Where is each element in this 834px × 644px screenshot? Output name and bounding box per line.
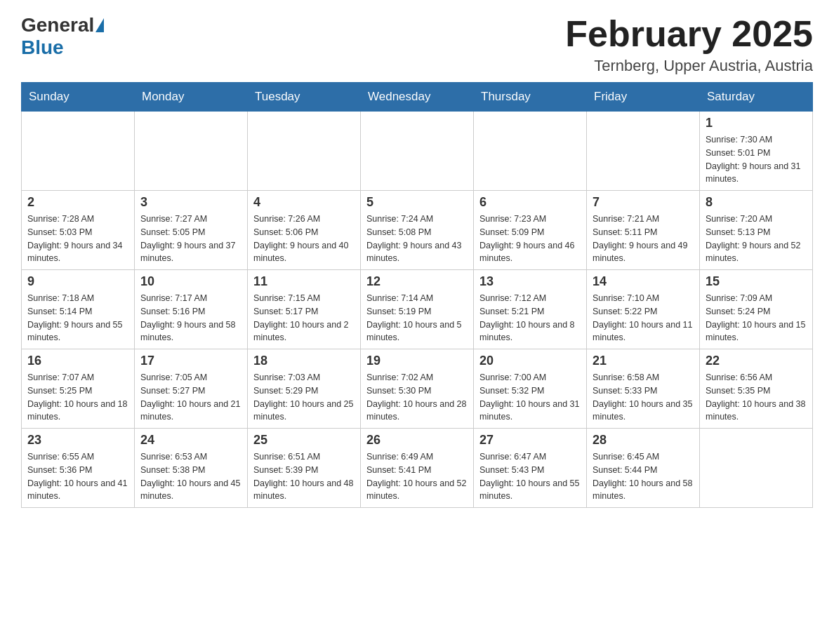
day-info: Sunrise: 6:56 AMSunset: 5:35 PMDaylight:… <box>706 371 807 424</box>
day-number: 8 <box>706 195 807 210</box>
column-header-monday: Monday <box>135 83 248 112</box>
day-info: Sunrise: 6:49 AMSunset: 5:41 PMDaylight:… <box>366 450 468 503</box>
day-number: 20 <box>479 354 581 368</box>
day-info: Sunrise: 7:15 AMSunset: 5:17 PMDaylight:… <box>253 292 355 344</box>
calendar-cell <box>22 112 135 191</box>
logo-general-text: General <box>21 14 94 36</box>
calendar-cell <box>700 429 813 508</box>
calendar-cell: 4Sunrise: 7:26 AMSunset: 5:06 PMDaylight… <box>248 191 361 270</box>
day-number: 10 <box>140 274 241 289</box>
calendar-cell: 21Sunrise: 6:58 AMSunset: 5:33 PMDayligh… <box>587 349 700 429</box>
logo: General Blue <box>21 14 105 59</box>
day-info: Sunrise: 6:58 AMSunset: 5:33 PMDaylight:… <box>593 371 694 424</box>
column-header-friday: Friday <box>587 83 700 112</box>
calendar-cell: 1Sunrise: 7:30 AMSunset: 5:01 PMDaylight… <box>700 112 813 191</box>
day-number: 23 <box>27 433 128 448</box>
logo-triangle-icon <box>95 18 104 32</box>
calendar-cell: 11Sunrise: 7:15 AMSunset: 5:17 PMDayligh… <box>248 270 361 349</box>
day-info: Sunrise: 7:07 AMSunset: 5:25 PMDaylight:… <box>27 371 128 424</box>
calendar-cell: 13Sunrise: 7:12 AMSunset: 5:21 PMDayligh… <box>474 270 587 349</box>
calendar-cell: 7Sunrise: 7:21 AMSunset: 5:11 PMDaylight… <box>587 191 700 270</box>
calendar-cell: 2Sunrise: 7:28 AMSunset: 5:03 PMDaylight… <box>22 191 135 270</box>
day-number: 12 <box>366 274 468 289</box>
logo-blue-text: Blue <box>21 36 64 59</box>
day-number: 7 <box>593 195 694 210</box>
calendar-cell: 10Sunrise: 7:17 AMSunset: 5:16 PMDayligh… <box>135 270 248 349</box>
calendar-cell: 20Sunrise: 7:00 AMSunset: 5:32 PMDayligh… <box>474 349 587 429</box>
title-section: February 2025 Ternberg, Upper Austria, A… <box>565 14 813 75</box>
day-info: Sunrise: 6:55 AMSunset: 5:36 PMDaylight:… <box>27 450 128 503</box>
page-header: General Blue February 2025 Ternberg, Upp… <box>21 14 813 75</box>
day-info: Sunrise: 7:28 AMSunset: 5:03 PMDaylight:… <box>27 213 128 265</box>
day-info: Sunrise: 6:45 AMSunset: 5:44 PMDaylight:… <box>593 450 694 503</box>
day-number: 19 <box>366 354 468 368</box>
day-number: 2 <box>27 195 128 210</box>
day-info: Sunrise: 7:21 AMSunset: 5:11 PMDaylight:… <box>593 213 694 265</box>
calendar-table: SundayMondayTuesdayWednesdayThursdayFrid… <box>21 82 813 508</box>
calendar-cell: 14Sunrise: 7:10 AMSunset: 5:22 PMDayligh… <box>587 270 700 349</box>
day-number: 4 <box>253 195 355 210</box>
calendar-cell: 5Sunrise: 7:24 AMSunset: 5:08 PMDaylight… <box>361 191 474 270</box>
day-info: Sunrise: 7:09 AMSunset: 5:24 PMDaylight:… <box>706 292 807 344</box>
day-info: Sunrise: 7:24 AMSunset: 5:08 PMDaylight:… <box>366 213 468 265</box>
day-info: Sunrise: 7:30 AMSunset: 5:01 PMDaylight:… <box>706 133 807 186</box>
location-text: Ternberg, Upper Austria, Austria <box>565 57 813 75</box>
calendar-cell: 19Sunrise: 7:02 AMSunset: 5:30 PMDayligh… <box>361 349 474 429</box>
day-info: Sunrise: 6:47 AMSunset: 5:43 PMDaylight:… <box>479 450 581 503</box>
column-header-wednesday: Wednesday <box>361 83 474 112</box>
day-number: 6 <box>479 195 581 210</box>
calendar-cell: 12Sunrise: 7:14 AMSunset: 5:19 PMDayligh… <box>361 270 474 349</box>
calendar-cell <box>135 112 248 191</box>
day-info: Sunrise: 7:26 AMSunset: 5:06 PMDaylight:… <box>253 213 355 265</box>
day-number: 15 <box>706 274 807 289</box>
day-info: Sunrise: 7:27 AMSunset: 5:05 PMDaylight:… <box>140 213 241 265</box>
day-number: 22 <box>706 354 807 368</box>
calendar-cell: 3Sunrise: 7:27 AMSunset: 5:05 PMDaylight… <box>135 191 248 270</box>
day-number: 28 <box>593 433 694 448</box>
day-number: 5 <box>366 195 468 210</box>
day-number: 14 <box>593 274 694 289</box>
day-info: Sunrise: 7:03 AMSunset: 5:29 PMDaylight:… <box>253 371 355 424</box>
day-info: Sunrise: 7:02 AMSunset: 5:30 PMDaylight:… <box>366 371 468 424</box>
calendar-cell: 9Sunrise: 7:18 AMSunset: 5:14 PMDaylight… <box>22 270 135 349</box>
calendar-cell: 6Sunrise: 7:23 AMSunset: 5:09 PMDaylight… <box>474 191 587 270</box>
day-info: Sunrise: 7:14 AMSunset: 5:19 PMDaylight:… <box>366 292 468 344</box>
calendar-cell <box>587 112 700 191</box>
calendar-week-2: 2Sunrise: 7:28 AMSunset: 5:03 PMDaylight… <box>22 191 813 270</box>
calendar-cell: 23Sunrise: 6:55 AMSunset: 5:36 PMDayligh… <box>22 429 135 508</box>
day-info: Sunrise: 7:12 AMSunset: 5:21 PMDaylight:… <box>479 292 581 344</box>
day-number: 13 <box>479 274 581 289</box>
calendar-week-5: 23Sunrise: 6:55 AMSunset: 5:36 PMDayligh… <box>22 429 813 508</box>
calendar-header-row: SundayMondayTuesdayWednesdayThursdayFrid… <box>22 83 813 112</box>
column-header-thursday: Thursday <box>474 83 587 112</box>
day-number: 26 <box>366 433 468 448</box>
calendar-week-4: 16Sunrise: 7:07 AMSunset: 5:25 PMDayligh… <box>22 349 813 429</box>
day-number: 3 <box>140 195 241 210</box>
day-info: Sunrise: 7:20 AMSunset: 5:13 PMDaylight:… <box>706 213 807 265</box>
day-number: 11 <box>253 274 355 289</box>
month-title: February 2025 <box>565 14 813 54</box>
column-header-tuesday: Tuesday <box>248 83 361 112</box>
calendar-cell: 22Sunrise: 6:56 AMSunset: 5:35 PMDayligh… <box>700 349 813 429</box>
calendar-week-3: 9Sunrise: 7:18 AMSunset: 5:14 PMDaylight… <box>22 270 813 349</box>
column-header-saturday: Saturday <box>700 83 813 112</box>
calendar-cell: 15Sunrise: 7:09 AMSunset: 5:24 PMDayligh… <box>700 270 813 349</box>
day-info: Sunrise: 7:18 AMSunset: 5:14 PMDaylight:… <box>27 292 128 344</box>
day-number: 24 <box>140 433 241 448</box>
calendar-cell: 27Sunrise: 6:47 AMSunset: 5:43 PMDayligh… <box>474 429 587 508</box>
day-info: Sunrise: 7:00 AMSunset: 5:32 PMDaylight:… <box>479 371 581 424</box>
day-info: Sunrise: 6:53 AMSunset: 5:38 PMDaylight:… <box>140 450 241 503</box>
calendar-cell <box>248 112 361 191</box>
calendar-cell <box>474 112 587 191</box>
day-info: Sunrise: 7:17 AMSunset: 5:16 PMDaylight:… <box>140 292 241 344</box>
calendar-cell: 16Sunrise: 7:07 AMSunset: 5:25 PMDayligh… <box>22 349 135 429</box>
calendar-cell: 17Sunrise: 7:05 AMSunset: 5:27 PMDayligh… <box>135 349 248 429</box>
day-number: 25 <box>253 433 355 448</box>
calendar-cell: 25Sunrise: 6:51 AMSunset: 5:39 PMDayligh… <box>248 429 361 508</box>
day-number: 27 <box>479 433 581 448</box>
day-info: Sunrise: 7:23 AMSunset: 5:09 PMDaylight:… <box>479 213 581 265</box>
calendar-cell <box>361 112 474 191</box>
calendar-cell: 26Sunrise: 6:49 AMSunset: 5:41 PMDayligh… <box>361 429 474 508</box>
day-number: 1 <box>706 116 807 130</box>
day-info: Sunrise: 7:05 AMSunset: 5:27 PMDaylight:… <box>140 371 241 424</box>
